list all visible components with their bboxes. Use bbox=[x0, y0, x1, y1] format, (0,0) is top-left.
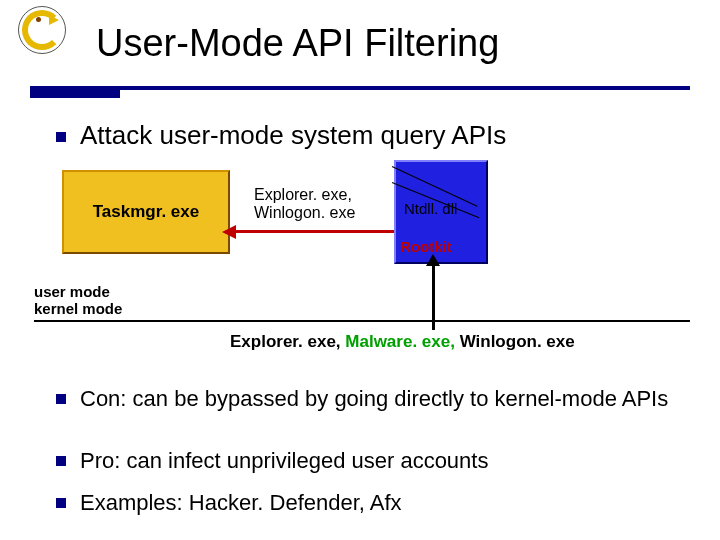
bullet-examples: Examples: Hacker. Defender, Afx bbox=[56, 490, 680, 516]
bullet-square-icon bbox=[56, 498, 66, 508]
bullet-square-icon bbox=[56, 132, 66, 142]
returned-proc-explorer: Explorer. exe, bbox=[230, 332, 345, 351]
kernel-mode-label: kernel mode bbox=[34, 300, 122, 317]
knight-logo bbox=[18, 6, 66, 54]
taskmgr-label: Taskmgr. exe bbox=[93, 202, 199, 222]
mode-divider-labels: user mode kernel mode bbox=[34, 283, 122, 318]
bullet-square-icon bbox=[56, 456, 66, 466]
mode-divider-line bbox=[34, 320, 690, 322]
slide-title: User-Mode API Filtering bbox=[96, 22, 499, 65]
kernel-return-arrow-head-icon bbox=[426, 254, 440, 266]
bullet-examples-text: Examples: Hacker. Defender, Afx bbox=[80, 490, 402, 516]
returned-proc-malware: Malware. exe, bbox=[345, 332, 459, 351]
taskmgr-box: Taskmgr. exe bbox=[62, 170, 230, 254]
user-mode-label: user mode bbox=[34, 283, 122, 300]
rootkit-label: Rootkit bbox=[400, 238, 452, 255]
return-arrow-head-icon bbox=[222, 225, 236, 239]
bullet-pro-text: Pro: can infect unprivileged user accoun… bbox=[80, 448, 488, 474]
api-call-text: Explorer. exe, Winlogon. exe bbox=[254, 186, 384, 223]
title-underline bbox=[30, 86, 690, 90]
bullet-intro: Attack user-mode system query APIs bbox=[56, 120, 506, 151]
kernel-return-arrow-icon bbox=[432, 264, 435, 330]
returned-proc-winlogon: Winlogon. exe bbox=[460, 332, 575, 351]
return-arrow-icon bbox=[234, 230, 394, 233]
bullet-square-icon bbox=[56, 394, 66, 404]
slide-root: User-Mode API Filtering Attack user-mode… bbox=[0, 0, 720, 540]
returned-process-list: Explorer. exe, Malware. exe, Winlogon. e… bbox=[230, 332, 575, 352]
ntdll-label: Ntdll. dll bbox=[404, 200, 457, 217]
bullet-pro: Pro: can infect unprivileged user accoun… bbox=[56, 448, 680, 474]
bullet-con: Con: can be bypassed by going directly t… bbox=[56, 386, 680, 412]
bullet-con-text: Con: can be bypassed by going directly t… bbox=[80, 386, 668, 412]
bullet-intro-text: Attack user-mode system query APIs bbox=[80, 120, 506, 150]
